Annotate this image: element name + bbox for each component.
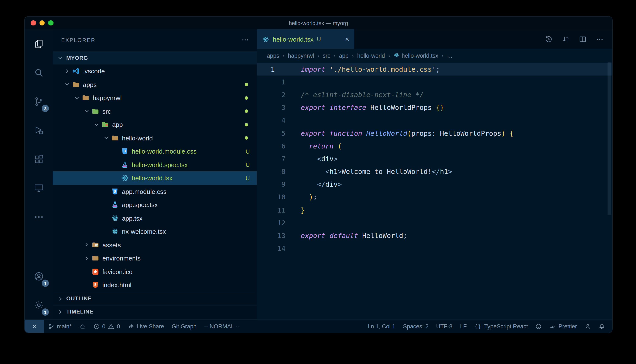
status-problems[interactable]: 00 xyxy=(89,320,124,332)
code-line[interactable]: 11} xyxy=(257,204,612,216)
workspace-section-header[interactable]: MYORG xyxy=(53,51,257,64)
code-text: /* eslint-disable-next-line */ xyxy=(286,91,423,99)
activity-item-remote-explorer[interactable] xyxy=(25,174,53,202)
braces-icon: {} xyxy=(474,323,482,330)
tree-item-app.spec.tsx[interactable]: app.spec.tsx xyxy=(53,198,257,212)
code-line[interactable]: 3export interface HelloWorldProps {} xyxy=(257,101,612,114)
zoom-window-button[interactable] xyxy=(48,20,53,26)
breadcrumb-item-app[interactable]: app xyxy=(339,52,349,59)
status-indentation[interactable]: Spaces: 2 xyxy=(399,320,432,332)
editor-actions xyxy=(545,29,612,49)
status-prettier[interactable]: Prettier xyxy=(546,320,581,332)
status-git-branch[interactable]: main* xyxy=(44,320,75,332)
activity-bar-top: 3 xyxy=(25,29,53,231)
breadcrumb-label: hello-world.tsx xyxy=(402,52,439,59)
source-control-icon xyxy=(33,96,44,107)
line-number: 4 xyxy=(266,116,286,124)
tree-item-hello-world[interactable]: hello-world xyxy=(53,131,257,145)
breadcrumb-item-…[interactable]: … xyxy=(447,52,453,59)
tree-item-nx-welcome.tsx[interactable]: nx-welcome.tsx xyxy=(53,225,257,238)
tree-item-hello-world.module.css[interactable]: 3hello-world.module.cssU xyxy=(53,145,257,158)
git-modified-dot xyxy=(245,123,248,126)
timeline-section-header[interactable]: TIMELINE xyxy=(53,305,257,318)
status-encoding[interactable]: UTF-8 xyxy=(432,320,456,332)
minimize-window-button[interactable] xyxy=(39,20,45,26)
tree-item-hello-world.tsx[interactable]: hello-world.tsxU xyxy=(53,172,257,185)
more-actions-icon[interactable] xyxy=(596,35,604,43)
tree-item-.vscode[interactable]: .vscode xyxy=(53,64,257,78)
activity-item-settings[interactable]: 1 xyxy=(25,290,53,320)
status-live-share[interactable]: Live Share xyxy=(124,320,168,332)
css-icon: 3 xyxy=(110,187,119,196)
editor-scrollbar[interactable] xyxy=(607,62,611,215)
tree-item-app.tsx[interactable]: app.tsx xyxy=(53,212,257,225)
status-text: Git Graph xyxy=(172,323,196,330)
code-line[interactable]: 1 xyxy=(257,76,612,88)
explorer-more-actions-icon[interactable] xyxy=(241,36,249,45)
activity-item-explorer[interactable] xyxy=(25,29,53,58)
breadcrumb-item-apps[interactable]: apps xyxy=(267,52,279,59)
status-live-share-contact[interactable] xyxy=(581,320,595,332)
tree-item-apps[interactable]: apps xyxy=(53,78,257,91)
html-icon: 5 xyxy=(91,281,99,289)
activity-item-run-and-debug[interactable] xyxy=(25,116,53,145)
code-line[interactable]: 6 return ( xyxy=(257,140,612,152)
outline-section-header[interactable]: OUTLINE xyxy=(53,292,257,305)
breadcrumb-item-src[interactable]: src xyxy=(323,52,330,59)
status-notifications[interactable] xyxy=(595,320,609,332)
tab-git-status-badge: U xyxy=(317,36,321,42)
activity-item-extensions[interactable] xyxy=(25,145,53,174)
breadcrumb-item-hello-world[interactable]: hello-world xyxy=(357,52,385,59)
activity-item-search[interactable] xyxy=(25,58,53,87)
tab-hello-world-tsx[interactable]: hello-world.tsx U × xyxy=(257,29,354,49)
code-line[interactable]: 9 </div> xyxy=(257,178,612,191)
code-line[interactable]: 2/* eslint-disable-next-line */ xyxy=(257,88,612,101)
code-line[interactable]: 1import './hello-world.module.css'; xyxy=(257,63,612,76)
activity-item-additional-views[interactable] xyxy=(25,202,53,231)
breadcrumb-item-hello-world.tsx[interactable]: hello-world.tsx xyxy=(394,52,439,59)
status-language-mode[interactable]: {}TypeScript React xyxy=(471,320,532,332)
open-changes-icon[interactable] xyxy=(562,35,570,43)
code-line[interactable]: 4 xyxy=(257,114,612,127)
close-window-button[interactable] xyxy=(31,20,36,26)
breadcrumb-item-happynrwl[interactable]: happynrwl xyxy=(288,52,314,59)
tree-item-src[interactable]: src xyxy=(53,104,257,118)
status-feedback-smiley[interactable] xyxy=(532,320,546,332)
status-git-graph[interactable]: Git Graph xyxy=(168,320,200,332)
status-eol[interactable]: LF xyxy=(456,320,471,332)
tree-item-app.module.css[interactable]: 3app.module.css xyxy=(53,185,257,198)
open-timeline-icon[interactable] xyxy=(545,35,553,43)
code-line[interactable]: 12 xyxy=(257,216,612,229)
tree-item-hello-world.spec.tsx[interactable]: hello-world.spec.tsxU xyxy=(53,158,257,172)
tree-item-environments[interactable]: environments xyxy=(53,252,257,265)
desktop: hello-world.tsx — myorg 3 11 EXPLORER MY… xyxy=(0,0,636,364)
code-line[interactable]: 7 <div> xyxy=(257,152,612,165)
search-icon xyxy=(33,67,44,78)
tree-item-assets[interactable]: assets xyxy=(53,238,257,252)
activity-item-source-control[interactable]: 3 xyxy=(25,87,53,116)
tree-item-index.html[interactable]: 5index.html xyxy=(53,278,257,292)
split-editor-icon[interactable] xyxy=(579,35,587,43)
title-bar[interactable]: hello-world.tsx — myorg xyxy=(25,16,612,29)
line-number: 5 xyxy=(266,129,286,137)
tree-item-app[interactable]: app xyxy=(53,118,257,131)
code-line[interactable]: 10 ); xyxy=(257,191,612,204)
close-tab-icon[interactable]: × xyxy=(345,36,349,43)
code-line[interactable]: 13export default HelloWorld; xyxy=(257,229,612,242)
status-text: -- NORMAL -- xyxy=(204,323,239,330)
tree-item-label: apps xyxy=(83,81,97,88)
status-text: 0 xyxy=(102,323,105,330)
status-remote-indicator[interactable] xyxy=(25,320,44,332)
status-vim-mode[interactable]: -- NORMAL -- xyxy=(200,320,243,332)
code-line[interactable]: 5export function HelloWorld(props: Hello… xyxy=(257,127,612,140)
status-cursor-position[interactable]: Ln 1, Col 1 xyxy=(364,320,399,332)
code-editor[interactable]: 1import './hello-world.module.css';12/* … xyxy=(257,62,612,320)
code-text: export default HelloWorld; xyxy=(286,232,407,240)
activity-item-accounts[interactable]: 1 xyxy=(25,262,53,290)
status-sync[interactable] xyxy=(75,320,89,332)
code-line[interactable]: 8 <h1>Welcome to HelloWorld!</h1> xyxy=(257,165,612,178)
tree-item-happynrwl[interactable]: happynrwl xyxy=(53,91,257,104)
chevron-spacer xyxy=(113,175,119,182)
code-line[interactable]: 14 xyxy=(257,242,612,255)
tree-item-favicon.ico[interactable]: favicon.ico xyxy=(53,265,257,278)
